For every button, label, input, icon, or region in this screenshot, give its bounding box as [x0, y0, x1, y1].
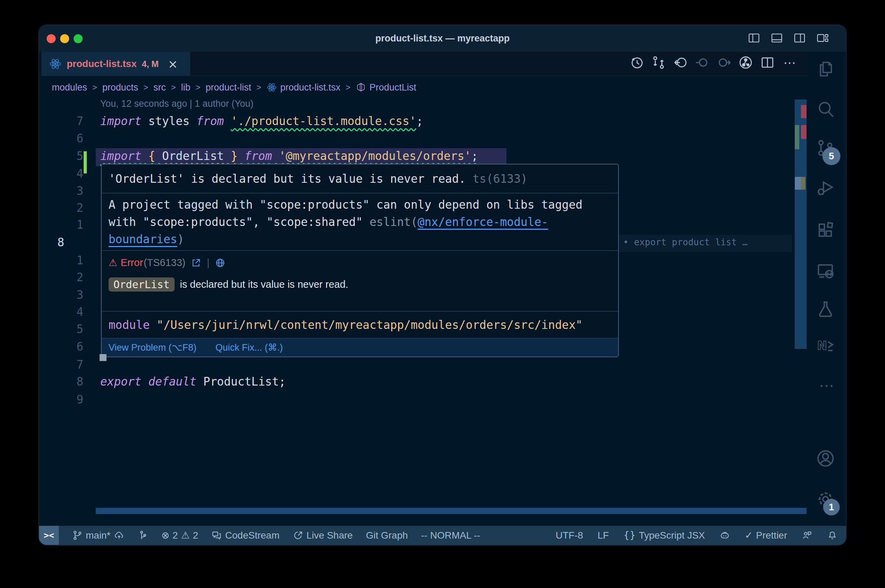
toggle-primary-sidebar-icon[interactable] [747, 31, 761, 45]
breadcrumb-lib[interactable]: lib [181, 82, 191, 93]
commit-graph-button[interactable] [138, 530, 148, 541]
line-number[interactable]: 2 [60, 201, 83, 214]
error-status-row: ⚠ Error(TS6133) | [108, 257, 611, 268]
remote-explorer-icon[interactable] [816, 261, 835, 281]
tab-problems-badge: 4, M [142, 59, 159, 69]
warning-triangle-icon: ⚠ [108, 257, 117, 268]
breadcrumb-file-label: product-list.tsx [280, 82, 341, 93]
gutter-modified-indicator [84, 152, 87, 173]
run-and-debug-icon[interactable] [816, 178, 835, 198]
additional-views-icon[interactable]: ⋯ [807, 376, 846, 394]
copilot-button[interactable] [720, 530, 730, 541]
split-editor-icon[interactable] [760, 55, 775, 70]
titlebar[interactable]: product-list.tsx — myreactapp [39, 25, 846, 52]
tooltip-resize-grip[interactable] [99, 354, 107, 361]
language-mode-indicator[interactable]: {} TypeScript JSX [623, 530, 705, 541]
git-graph-button[interactable]: Git Graph [366, 530, 407, 541]
feedback-button[interactable] [802, 530, 812, 541]
encoding-indicator[interactable]: UTF-8 [556, 530, 583, 541]
breadcrumb-product-list[interactable]: product-list [206, 82, 251, 93]
more-actions-icon[interactable]: ⋯ [781, 56, 798, 70]
nx-console-icon[interactable]: N [816, 336, 835, 356]
breadcrumb-modules[interactable]: modules [52, 82, 87, 93]
search-icon[interactable] [816, 99, 835, 120]
identifier-orderlist: OrderList [162, 149, 224, 163]
codestream-icon [211, 530, 222, 541]
line-number[interactable]: 7 [60, 358, 83, 371]
line-number[interactable]: 4 [60, 305, 83, 318]
line-number[interactable]: 5 [60, 322, 83, 336]
toggle-secondary-sidebar-icon[interactable] [793, 31, 807, 45]
line-number[interactable]: 8 [60, 375, 83, 388]
breadcrumb-products[interactable]: products [102, 82, 138, 93]
extensions-icon[interactable] [816, 220, 835, 240]
line-number[interactable]: 7 [60, 114, 83, 128]
current-line-number[interactable]: 8 [57, 236, 81, 249]
code-line-import-orderlist[interactable]: import { OrderList } from '@myreactapp/m… [100, 149, 478, 163]
branch-indicator[interactable]: main* [72, 530, 125, 541]
source-control-graph-icon[interactable] [738, 55, 754, 70]
breadcrumb-symbol[interactable]: ProductList [356, 82, 416, 93]
tab-product-list[interactable]: product-list.tsx 4, M × [42, 52, 190, 76]
tab-close-icon[interactable]: × [168, 58, 178, 70]
svg-text:N: N [817, 339, 827, 352]
problems-indicator[interactable]: ⊗ 2 ⚠ 2 [161, 530, 198, 541]
globe-icon[interactable] [215, 258, 225, 268]
open-changes-icon[interactable] [651, 55, 667, 70]
testing-icon[interactable] [816, 299, 835, 319]
code-line-import-styles[interactable]: import styles from './product-list.modul… [100, 114, 423, 128]
line-number[interactable]: 6 [60, 132, 83, 145]
string-css-path: './product-list.module.css' [231, 114, 416, 128]
line-number[interactable]: 4 [60, 167, 83, 180]
close-brace: } [231, 149, 238, 163]
view-problem-action[interactable]: View Problem (⌥F8) [108, 342, 196, 353]
account-icon[interactable] [816, 448, 835, 468]
encoding-label: UTF-8 [556, 530, 583, 541]
vim-mode-indicator[interactable]: -- NORMAL -- [421, 530, 481, 541]
customize-layout-icon[interactable] [816, 31, 829, 45]
quick-fix-action[interactable]: Quick Fix... (⌘.) [215, 342, 283, 353]
macos-minimize-button[interactable] [60, 34, 69, 43]
status-bar: >< main* ⊗ 2 ⚠ 2 CodeStream Live Sha [39, 526, 846, 545]
error-label: Error [121, 257, 143, 268]
line-number[interactable]: 3 [60, 184, 83, 198]
line-number[interactable]: 1 [60, 218, 83, 231]
line-number[interactable]: 3 [60, 288, 83, 302]
next-change-icon[interactable] [716, 55, 732, 70]
feedback-icon [802, 530, 812, 541]
code-line-export-default[interactable]: export default ProductList; [100, 375, 285, 388]
codestream-button[interactable]: CodeStream [211, 530, 279, 541]
macos-close-button[interactable] [47, 34, 56, 43]
chevron-right-icon: > [257, 82, 261, 92]
macos-maximize-button[interactable] [74, 34, 83, 43]
live-share-button[interactable]: Live Share [293, 530, 353, 541]
line-number[interactable]: 1 [60, 254, 83, 267]
tooltip-eslint-diagnostic: A project tagged with "scope:products" c… [102, 193, 618, 250]
react-file-icon [49, 58, 62, 70]
line-number[interactable]: 9 [60, 393, 83, 406]
horizontal-scrollbar[interactable] [96, 508, 807, 514]
toggle-panel-icon[interactable] [770, 31, 784, 45]
timeline-icon[interactable] [629, 55, 645, 70]
window-title: product-list.tsx — myreactapp [39, 25, 846, 52]
remote-indicator[interactable]: >< [39, 526, 59, 545]
breadcrumb-src[interactable]: src [153, 82, 166, 93]
ts-diagnostic-message: 'OrderList' is declared but its value is… [108, 172, 466, 186]
line-number[interactable]: 5 [60, 149, 83, 163]
previous-change-icon[interactable] [694, 55, 710, 70]
prettier-indicator[interactable]: ✓ Prettier [745, 530, 787, 541]
prettier-label: Prettier [756, 530, 787, 541]
eol-indicator[interactable]: LF [598, 530, 609, 541]
warning-count: 2 [193, 530, 198, 541]
editor-scrollbar[interactable] [795, 99, 807, 349]
line-number[interactable]: 6 [60, 340, 83, 353]
notifications-bell-button[interactable] [827, 530, 838, 541]
explorer-icon[interactable] [816, 59, 835, 79]
code-editor[interactable]: 7 6 5 4 3 2 1 8 1 2 3 4 5 6 7 8 9 You, 1… [39, 98, 807, 526]
eslint-source: eslint( [370, 215, 418, 229]
keyword-export: export [100, 375, 141, 388]
breadcrumb-file[interactable]: product-list.tsx [266, 82, 341, 93]
navigate-back-icon[interactable] [672, 55, 688, 70]
line-number[interactable]: 2 [60, 270, 83, 284]
open-external-icon[interactable] [191, 258, 201, 268]
